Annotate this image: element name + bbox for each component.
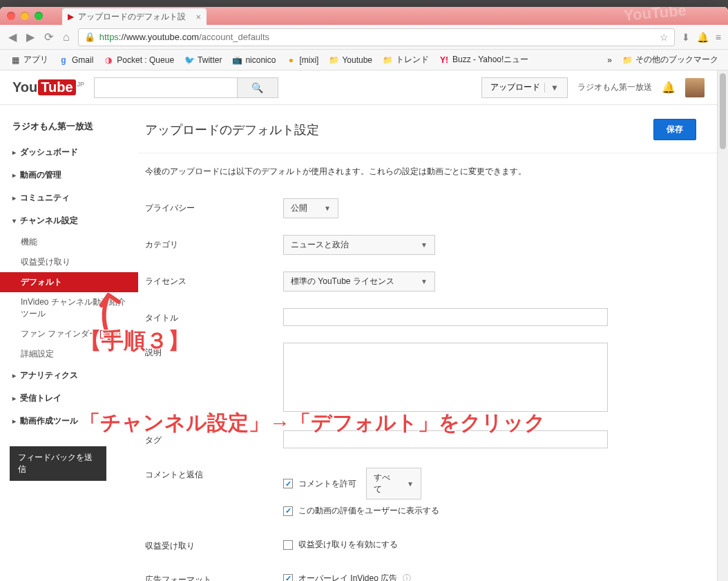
tags-input[interactable]	[283, 430, 608, 448]
scrollbar-thumb[interactable]	[720, 73, 726, 149]
page-title: アップロードのデフォルト設定	[145, 122, 319, 138]
sidebar-channel-title: ラジオもん第一放送	[0, 116, 138, 141]
url-input[interactable]: 🔒 https ://www.youtube.com /account_defa…	[78, 28, 675, 46]
bookmarks-bar: ▦アプリ gGmail ◑Pocket : Queue 🐦Twitter 📺ni…	[0, 50, 728, 70]
help-icon[interactable]: ⓘ	[403, 573, 411, 581]
reload-icon[interactable]: ⟳	[43, 30, 55, 44]
sidebar-item-analytics[interactable]: ▸アナリティクス	[0, 364, 138, 387]
bookmark-other[interactable]: 📁その他のブックマーク	[619, 53, 721, 67]
sidebar-item-channel-settings[interactable]: ▾チャンネル設定	[0, 209, 138, 232]
url-protocol: https	[99, 32, 119, 42]
address-bar: ◀ ▶ ⟳ ⌂ 🔒 https ://www.youtube.com /acco…	[0, 25, 728, 50]
forward-icon[interactable]: ▶	[25, 30, 36, 44]
feedback-button[interactable]: フィードバックを送信	[10, 446, 106, 481]
back-icon[interactable]: ◀	[7, 30, 18, 44]
sidebar-sub-invideo[interactable]: InVideo チャンネル動画紹介ツール	[0, 292, 138, 324]
browser-tab[interactable]: ▶ アップロードのデフォルト設 ×	[62, 8, 207, 25]
youtube-logo[interactable]: YouTube JP	[12, 79, 84, 95]
ext-icon-1[interactable]: 🔔	[697, 32, 709, 43]
comments-label: コメントと返信	[145, 465, 283, 481]
bookmark-trend[interactable]: 📁トレンド	[379, 53, 432, 67]
url-host: ://www.youtube.com	[119, 32, 199, 42]
sidebar-sub-fanfinder[interactable]: ファン ファインダーNEW	[0, 324, 138, 344]
show-ratings-label: この動画の評価をユーザーに表示する	[298, 505, 439, 517]
bookmark-gmail[interactable]: gGmail	[55, 53, 96, 67]
ad-formats-label: 広告フォーマット	[145, 570, 283, 581]
monetization-label: 収益受け取り	[145, 536, 283, 552]
menu-icon[interactable]: ≡	[716, 32, 721, 43]
sidebar-item-dashboard[interactable]: ▸ダッシュボード	[0, 141, 138, 164]
enable-monetization-label: 収益受け取りを有効にする	[298, 539, 398, 551]
upload-button[interactable]: アップロード▼	[481, 77, 568, 98]
sidebar-item-video-manager[interactable]: ▸動画の管理	[0, 164, 138, 187]
sidebar-sub-features[interactable]: 機能	[0, 232, 138, 252]
main-content: アップロードのデフォルト設定 保存 今後のアップロードには以下のデフォルトが使用…	[138, 105, 717, 581]
overlay-ads-checkbox[interactable]	[283, 574, 293, 582]
youtube-watermark: YouTube	[623, 7, 687, 25]
tags-label: タグ	[145, 430, 283, 446]
star-icon[interactable]: ☆	[660, 32, 669, 43]
bookmark-twitter[interactable]: 🐦Twitter	[181, 53, 224, 67]
maximize-window-button[interactable]	[35, 12, 43, 20]
bookmark-niconico[interactable]: 📺niconico	[229, 53, 278, 67]
search-button[interactable]: 🔍	[237, 77, 278, 98]
bookmark-youtube[interactable]: 📁Youtube	[325, 53, 375, 67]
sidebar-item-community[interactable]: ▸コミュニティ	[0, 187, 138, 209]
close-tab-icon[interactable]: ×	[195, 12, 201, 22]
pocket-ext-icon[interactable]: ⬇	[682, 32, 690, 43]
bookmark-apps[interactable]: ▦アプリ	[7, 53, 51, 67]
sidebar-item-inbox[interactable]: ▸受信トレイ	[0, 387, 138, 410]
lock-icon: 🔒	[84, 32, 95, 42]
bookmark-more[interactable]: »	[604, 54, 615, 66]
sidebar-sub-monetization[interactable]: 収益受け取り	[0, 252, 138, 272]
bookmark-mixi[interactable]: ●[mixi]	[282, 53, 321, 67]
show-ratings-checkbox[interactable]	[283, 506, 293, 516]
privacy-label: プライバシー	[145, 198, 283, 214]
avatar[interactable]	[685, 78, 705, 97]
url-path: /account_defaults	[199, 32, 269, 42]
description-textarea[interactable]	[283, 343, 608, 412]
scrollbar[interactable]	[717, 70, 728, 581]
overlay-ads-label: オーバーレイ InVideo 広告	[298, 573, 397, 581]
license-select[interactable]: 標準の YouTube ライセンス▼	[283, 272, 435, 292]
enable-monetization-checkbox[interactable]	[283, 540, 293, 550]
title-input[interactable]	[283, 308, 608, 326]
license-label: ライセンス	[145, 272, 283, 287]
sidebar-item-creation-tools[interactable]: ▸動画作成ツール	[0, 410, 138, 432]
page-description: 今後のアップロードには以下のデフォルトが使用されます。これらの設定は動画ごとに変…	[138, 153, 717, 190]
save-button[interactable]: 保存	[653, 119, 696, 140]
title-label: タイトル	[145, 308, 283, 324]
sidebar: ラジオもん第一放送 ▸ダッシュボード ▸動画の管理 ▸コミュニティ ▾チャンネル…	[0, 105, 138, 581]
comments-mode-select[interactable]: すべて▼	[366, 468, 421, 499]
search-input[interactable]	[94, 77, 237, 98]
sidebar-sub-defaults[interactable]: デフォルト	[0, 272, 138, 292]
window-titlebar: ▶ アップロードのデフォルト設 × YouTube	[0, 7, 728, 25]
category-select[interactable]: ニュースと政治▼	[283, 235, 435, 255]
bookmark-buzz[interactable]: Y!Buzz - Yahoo!ニュー	[436, 53, 531, 67]
minimize-window-button[interactable]	[21, 12, 29, 20]
close-window-button[interactable]	[7, 12, 15, 20]
bookmark-pocket[interactable]: ◑Pocket : Queue	[100, 53, 177, 67]
bell-icon[interactable]: 🔔	[662, 81, 676, 94]
tab-title: アップロードのデフォルト設	[78, 11, 186, 23]
category-label: カテゴリ	[145, 235, 283, 251]
allow-comments-label: コメントを許可	[298, 478, 356, 490]
home-icon[interactable]: ⌂	[61, 31, 71, 44]
sidebar-sub-advanced[interactable]: 詳細設定	[0, 344, 138, 364]
allow-comments-checkbox[interactable]	[283, 479, 293, 488]
youtube-header: YouTube JP 🔍 アップロード▼ ラジオもん第一放送 🔔	[0, 70, 717, 105]
header-channel-name[interactable]: ラジオもん第一放送	[577, 82, 652, 93]
privacy-select[interactable]: 公開▼	[283, 198, 338, 218]
description-label: 説明	[145, 343, 283, 359]
